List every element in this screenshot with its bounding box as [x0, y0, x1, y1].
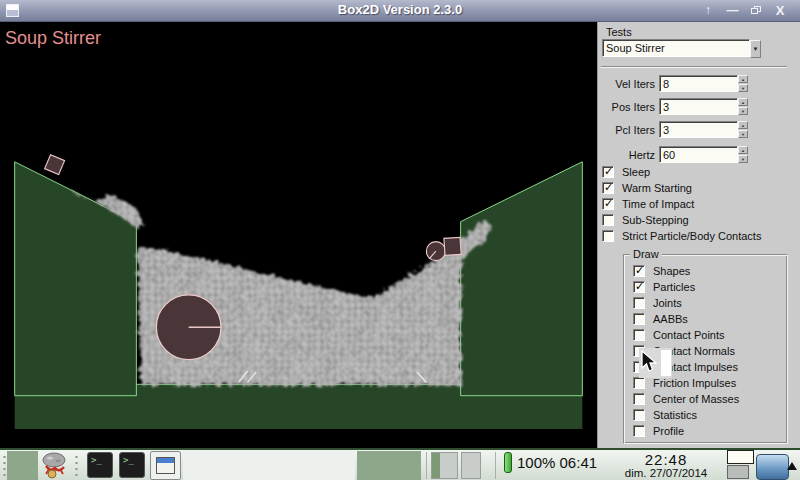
spinner-pcl-iters: Pcl Iters 3 ▲▼	[598, 121, 798, 139]
clock-applet[interactable]: 22:48 dim. 27/07/2014	[608, 450, 724, 480]
close-button[interactable]: X	[770, 1, 790, 20]
tilted-box-body[interactable]	[45, 155, 65, 175]
battery-status: 100% 06:41	[517, 454, 597, 471]
tasklist-area[interactable]	[183, 451, 355, 480]
workspace-viewport	[432, 453, 440, 478]
shade-button[interactable]: ↑	[698, 1, 718, 20]
small-circle-body[interactable]	[426, 242, 445, 261]
spinner-input[interactable]: 60	[659, 146, 738, 163]
spinner-up-icon[interactable]: ▲	[738, 75, 748, 83]
scene-canvas[interactable]	[0, 22, 597, 448]
panel-handle[interactable]	[1, 453, 6, 479]
spinner-down-icon[interactable]: ▼	[738, 84, 748, 92]
spinner-input[interactable]: 3	[659, 121, 738, 138]
tests-label: Tests	[606, 26, 632, 38]
stirrer-circle-body[interactable]	[156, 295, 221, 360]
spinner-label: Hertz	[598, 149, 655, 161]
test-title: Soup Stirrer	[5, 28, 101, 49]
separator	[601, 66, 787, 68]
workspace-1[interactable]	[431, 452, 458, 479]
spinner-down-icon[interactable]: ▼	[738, 130, 748, 138]
window-icon	[156, 457, 175, 474]
minimize-button[interactable]: —	[722, 1, 742, 20]
spinner-hertz: Hertz 60 ▲▼	[598, 146, 798, 164]
separator	[495, 452, 496, 479]
workspace-2[interactable]	[461, 452, 481, 479]
simulation-viewport[interactable]: Soup Stirrer	[0, 22, 597, 448]
tray-expand-icon[interactable]	[787, 462, 797, 470]
rock-creature-icon	[41, 451, 69, 480]
spinner-up-icon[interactable]: ▲	[738, 146, 748, 154]
separator	[426, 452, 427, 479]
active-task-button[interactable]	[357, 451, 421, 480]
maximize-button[interactable]	[746, 1, 766, 20]
spinner-label: Pos Iters	[598, 101, 655, 113]
small-box-body[interactable]	[444, 237, 461, 255]
maximize-icon	[751, 6, 761, 15]
taskbar: >_ >_ 100% 06:41 22:48 dim. 27/07/2014	[0, 448, 800, 480]
spinner-label: Vel Iters	[598, 78, 655, 90]
desktop: Box2D Version 2.3.0 ↑ — X	[0, 0, 800, 480]
clock-date: dim. 27/07/2014	[608, 467, 724, 479]
launcher-icon[interactable]	[41, 451, 69, 480]
display-tray-icon[interactable]	[756, 454, 789, 480]
spinner-down-icon[interactable]: ▼	[738, 155, 748, 163]
test-listbox[interactable]: Soup Stirrer ▼	[602, 39, 750, 57]
listbox-dropdown-icon[interactable]: ▼	[750, 40, 761, 58]
terminal-launcher-icon[interactable]: >_	[119, 452, 145, 478]
spinner-label: Pcl Iters	[598, 124, 655, 136]
window-launcher-button[interactable]	[150, 451, 181, 480]
spinner-pos-iters: Pos Iters 3 ▲▼	[598, 98, 798, 116]
clock-time: 22:48	[608, 451, 724, 468]
pager-window-bottom[interactable]	[727, 465, 749, 479]
mouse-cursor	[639, 348, 672, 378]
window-titlebar[interactable]: Box2D Version 2.3.0 ↑ — X	[0, 0, 800, 22]
window-title: Box2D Version 2.3.0	[0, 2, 800, 17]
control-panel: Tests Soup Stirrer ▼ Vel Iters 8 ▲▼ Pos …	[597, 22, 800, 448]
panel-handle[interactable]	[73, 453, 78, 479]
left-wall-body	[15, 162, 137, 396]
menu-applet[interactable]	[7, 451, 38, 480]
spinner-up-icon[interactable]: ▲	[738, 98, 748, 106]
spinner-vel-iters: Vel Iters 8 ▲▼	[598, 75, 798, 93]
spinner-up-icon[interactable]: ▲	[738, 121, 748, 129]
right-wall-body	[461, 162, 583, 396]
spinner-input[interactable]: 8	[659, 75, 738, 92]
pager-window-top[interactable]	[727, 450, 754, 464]
spinner-down-icon[interactable]: ▼	[738, 107, 748, 115]
battery-icon[interactable]	[504, 452, 512, 473]
draw-panel-title: Draw	[630, 248, 662, 260]
test-listbox-value: Soup Stirrer	[606, 42, 665, 54]
cursor-arrow-icon	[641, 350, 659, 374]
spinner-input[interactable]: 3	[659, 98, 738, 115]
terminal-launcher-icon[interactable]: >_	[87, 452, 113, 478]
